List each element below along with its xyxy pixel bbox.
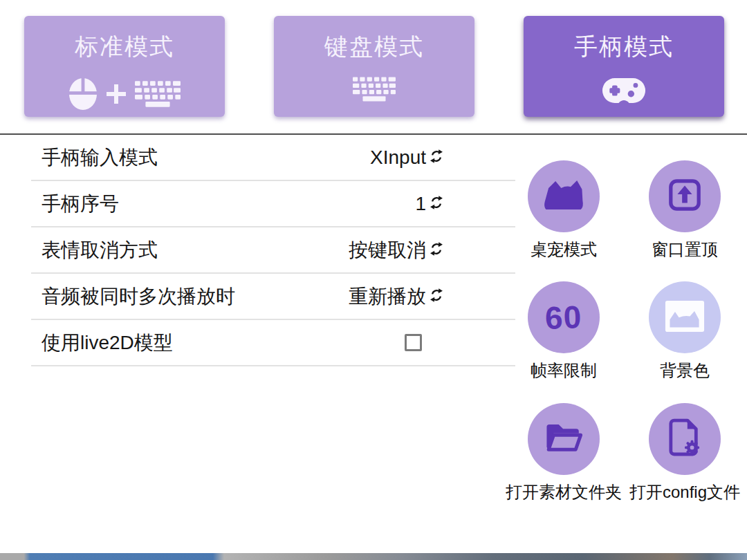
setting-row-gamepad-input-mode: 手柄输入模式 XInput [31,135,515,181]
action-label: 桌宠模式 [501,239,626,261]
app-window: 标准模式 [0,0,747,560]
open-assets-folder-button[interactable] [528,403,600,475]
cat-icon [542,178,585,215]
expression-cancel-cycler[interactable]: 按键取消 [349,237,515,263]
action-window-pin: 窗口置顶 [622,160,747,261]
setting-label: 手柄输入模式 [31,144,158,171]
action-desktop-pet: 桌宠模式 [501,160,626,261]
action-open-assets-folder: 打开素材文件夹 [501,403,626,503]
setting-row-expression-cancel: 表情取消方式 按键取消 [31,227,515,274]
gamepad-icon [602,77,646,107]
action-label: 打开素材文件夹 [501,481,626,503]
setting-value-text: 按键取消 [349,237,426,263]
gamepad-input-mode-cycler[interactable]: XInput [370,147,515,169]
action-label: 窗口置顶 [622,239,747,261]
desktop-pet-button[interactable] [528,160,600,232]
background-image-icon [665,300,705,335]
action-label: 帧率限制 [501,360,626,382]
settings-list: 手柄输入模式 XInput 手柄序号 1 [31,135,515,366]
mode-button-label: 键盘模式 [274,31,474,63]
setting-value-text: 重新播放 [349,283,426,310]
setting-row-live2d: 使用live2D模型 [31,320,515,366]
config-file-icon [668,418,701,460]
setting-row-gamepad-index: 手柄序号 1 [31,181,515,227]
setting-label: 手柄序号 [31,191,119,217]
desktop-wallpaper-strip [0,553,747,560]
action-label: 打开config文件 [622,481,747,503]
setting-value-text: 1 [415,193,426,215]
action-open-config-file: 打开config文件 [622,403,747,503]
keyboard-icon [135,81,181,110]
cycle-icon [429,239,444,261]
fps-badge: 60 [544,298,582,337]
background-color-button[interactable] [649,281,721,353]
mouse-icon [68,77,98,114]
mode-button-keyboard[interactable]: 键盘模式 [274,16,474,117]
fps-limit-button[interactable]: 60 [528,281,600,353]
gamepad-index-cycler[interactable]: 1 [415,193,515,215]
window-pin-icon [667,178,702,215]
action-label: 背景色 [622,360,747,382]
cycle-icon [429,147,444,169]
cycle-icon [429,286,444,308]
setting-label: 音频被同时多次播放时 [31,283,235,310]
setting-row-audio-replay: 音频被同时多次播放时 重新播放 [31,274,515,320]
live2d-checkbox[interactable] [405,334,422,351]
action-background-color: 背景色 [622,281,747,382]
open-config-file-button[interactable] [649,403,721,475]
cycle-icon [429,193,444,215]
mode-button-label: 手柄模式 [524,31,724,63]
audio-replay-cycler[interactable]: 重新播放 [349,283,515,310]
setting-value-text: XInput [370,147,426,169]
action-fps-limit: 60 帧率限制 [501,281,626,382]
setting-label: 表情取消方式 [31,237,158,263]
mode-button-standard[interactable]: 标准模式 [24,16,225,117]
plus-icon [106,84,127,107]
setting-label: 使用live2D模型 [31,330,173,356]
open-folder-icon [543,420,584,458]
mode-button-gamepad[interactable]: 手柄模式 [524,16,724,117]
mode-button-label: 标准模式 [24,31,225,63]
window-pin-button[interactable] [649,160,721,232]
keyboard-icon [353,77,396,104]
